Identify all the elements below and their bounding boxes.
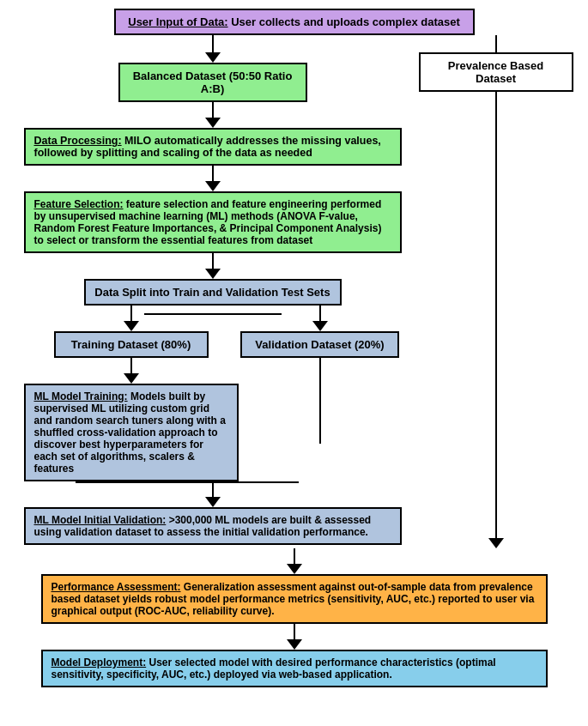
user-input-box: User Input of Data: User collects and up… <box>114 9 475 35</box>
performance-label: Performance Assessment: <box>52 581 181 593</box>
performance-assessment-box: Performance Assessment: Generalization a… <box>41 574 548 624</box>
user-input-text: User collects and uploads complex datase… <box>228 15 460 28</box>
data-processing-label: Data Processing: <box>34 135 122 147</box>
ml-training-box: ML Model Training: Models built by super… <box>24 384 239 481</box>
data-processing-box: Data Processing: MILO automatically addr… <box>24 128 402 166</box>
ml-initial-validation-box: ML Model Initial Validation: >300,000 ML… <box>24 507 402 545</box>
prevalence-label: Prevalence Based Dataset <box>448 59 543 85</box>
training-dataset-box: Training Dataset (80%) <box>54 331 209 358</box>
ml-training-label: ML Model Training: <box>34 390 128 402</box>
prevalence-dataset-box: Prevalence Based Dataset <box>419 52 573 92</box>
validation-dataset-box: Validation Dataset (20%) <box>240 331 399 358</box>
deployment-label: Model Deployment: <box>52 656 147 669</box>
validation-label: Validation Dataset (20%) <box>255 338 384 351</box>
user-input-label: User Input of Data: <box>128 15 227 28</box>
data-split-box: Data Split into Train and Validation Tes… <box>84 279 342 306</box>
training-label: Training Dataset (80%) <box>71 338 191 351</box>
balanced-dataset-box: Balanced Dataset (50:50 Ratio A:B) <box>118 63 307 102</box>
balanced-label: Balanced Dataset (50:50 Ratio A:B) <box>133 70 293 95</box>
ml-training-text: Models built by supervised ML utilizing … <box>34 390 226 475</box>
feature-selection-label: Feature Selection: <box>34 198 124 210</box>
ml-initial-label: ML Model Initial Validation: <box>34 514 167 526</box>
model-deployment-box: Model Deployment: User selected model wi… <box>41 650 548 687</box>
flowchart-diagram: User Input of Data: User collects and up… <box>11 9 578 687</box>
data-split-label: Data Split into Train and Validation Tes… <box>94 286 330 299</box>
feature-selection-box: Feature Selection: feature selection and… <box>24 191 402 253</box>
